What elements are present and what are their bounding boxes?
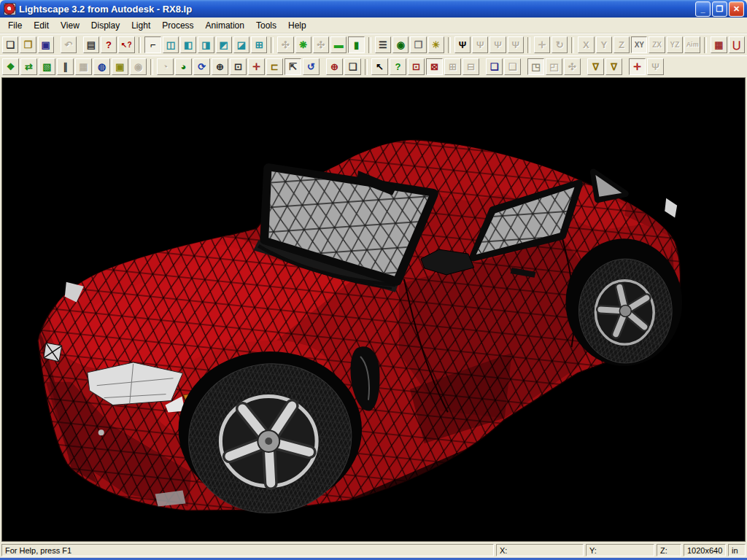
animation-run-icon: Ψ (459, 40, 467, 50)
display-cube-mode-2-button[interactable]: ◧ (180, 36, 196, 53)
display-cube-mode-5-icon: ◪ (237, 40, 246, 50)
select-add-icon: ⊞ (449, 62, 457, 71)
toolbar-row-1: ❏❐▣↶▤?↖?⌐◫◧◨◩◪⊞✣❋✣▬▮☰◉❒☀ΨΨΨΨ✛↻XYZXYZXYZA… (0, 34, 747, 55)
magnet-snap-button[interactable]: ⋃ (729, 36, 745, 53)
axis-z-icon: Z (619, 40, 624, 50)
radiosity-mesh-sphere-button[interactable]: ❋ (295, 36, 311, 53)
view-pages-button[interactable]: ❑ (344, 58, 361, 75)
menu-view[interactable]: View (55, 19, 85, 32)
axis-x-button: X (578, 36, 594, 53)
menu-display[interactable]: Display (85, 19, 125, 32)
menu-edit[interactable]: Edit (28, 19, 55, 32)
layers-button[interactable]: ☰ (375, 36, 391, 53)
mesh-lines-button[interactable]: ∥ (57, 58, 74, 75)
close-icon: ✕ (733, 5, 740, 13)
toolbar-grip (704, 37, 707, 53)
animation-walk-icon: Ψ (494, 40, 502, 50)
front-marker (98, 429, 104, 435)
open-surface-panel-button[interactable]: ◳ (527, 58, 544, 75)
add-vertex-icon: ✛ (633, 62, 641, 71)
surface-flip-button[interactable]: ⇄ (20, 58, 37, 75)
luminaires-button[interactable]: ☀ (428, 36, 444, 53)
radiosity-panel-button[interactable]: ▬ (330, 36, 347, 53)
select-add-button: ⊞ (444, 58, 461, 75)
display-cube-mode-1-button[interactable]: ◫ (163, 36, 179, 53)
toolbar-grip (139, 37, 142, 53)
surface-mesh-icon: ▧ (42, 62, 51, 71)
surface-orientation-button[interactable]: ❖ (2, 58, 19, 75)
toolbar-gap (320, 66, 325, 67)
restore-button[interactable]: ❐ (712, 1, 727, 17)
add-vertex-button[interactable]: ✛ (629, 58, 646, 75)
display-cube-mode-4-button[interactable]: ◩ (216, 36, 232, 53)
sweep-view-icon: ⇱ (289, 62, 297, 71)
new-document-button[interactable]: ❏ (2, 36, 18, 53)
select-query-button[interactable]: ? (390, 58, 406, 75)
print-button[interactable]: ▤ (83, 36, 99, 53)
minimize-button[interactable]: _ (695, 1, 711, 17)
toolbar-grip (271, 37, 274, 53)
move-mode-icon: ✛ (538, 40, 546, 50)
display-solid-view-icon: ⌐ (150, 40, 156, 50)
menu-help[interactable]: Help (282, 19, 312, 32)
luminaires-icon: ☀ (432, 40, 441, 50)
help-topics-button[interactable]: ? (101, 36, 117, 53)
toolbar-gap (581, 66, 587, 67)
toolbar-grip (448, 37, 451, 53)
filter-selection-button[interactable]: ∇ (605, 58, 622, 75)
zoom-window-button[interactable]: ⊡ (230, 58, 247, 75)
toolbar-gap (522, 66, 527, 67)
toolbar-gap (77, 44, 82, 45)
open-file-button[interactable]: ❐ (20, 36, 36, 53)
new-document-icon: ❏ (6, 40, 15, 50)
texture-toggle-button[interactable]: ▣ (112, 58, 128, 75)
render-image-button[interactable]: ▦ (711, 36, 727, 53)
axis-x-icon: X (583, 40, 589, 50)
select-zoom-button[interactable]: ⊠ (426, 58, 443, 75)
camera-orbit-button[interactable]: ⟳ (193, 58, 210, 75)
context-help-button[interactable]: ↖? (118, 36, 134, 53)
sweep-view-button[interactable]: ⇱ (285, 58, 301, 75)
animation-run-button[interactable]: Ψ (454, 36, 471, 53)
menu-animation[interactable]: Animation (200, 19, 250, 32)
close-button[interactable]: ✕ (729, 1, 744, 17)
eye-view-button[interactable]: ◕ (175, 58, 192, 75)
select-fence-button[interactable]: ⊡ (408, 58, 425, 75)
radiosity-solid-box-icon: ▮ (354, 40, 359, 50)
axis-y-button: Y (596, 36, 612, 53)
menu-light[interactable]: Light (125, 19, 156, 32)
status-resolution: 1020x640 (684, 544, 726, 556)
toolbar-grip (527, 37, 530, 53)
undo-button: ↶ (61, 36, 77, 53)
copy-view-icon: ❏ (508, 62, 517, 71)
display-cube-mode-3-button[interactable]: ◨ (198, 36, 214, 53)
materials-button[interactable]: ◉ (392, 36, 409, 53)
radiosity-solid-box-button[interactable]: ▮ (348, 36, 364, 53)
measure-distance-button[interactable]: ⊏ (266, 58, 283, 75)
display-cube-mode-5-button[interactable]: ◪ (233, 36, 249, 53)
orbit-rotate-button[interactable]: ↺ (303, 58, 320, 75)
daylight-globe-icon: ◍ (98, 62, 106, 71)
display-cube-mode-6-button[interactable]: ⊞ (251, 36, 267, 53)
axis-zx-icon: ZX (652, 42, 662, 49)
render-viewport[interactable] (1, 77, 746, 542)
context-help-icon: ↖? (121, 42, 132, 49)
display-solid-view-button[interactable]: ⌐ (144, 36, 160, 53)
menu-tools[interactable]: Tools (250, 19, 282, 32)
zoom-extents-button[interactable]: ⊕ (326, 58, 343, 75)
menu-process[interactable]: Process (156, 19, 199, 32)
axis-xy-button[interactable]: XY (631, 36, 647, 53)
select-pointer-button[interactable]: ↖ (371, 58, 388, 75)
zoom-interactive-button[interactable]: ⊕ (212, 58, 228, 75)
menu-file[interactable]: File (2, 19, 28, 32)
insert-view-button[interactable]: ❏ (486, 58, 503, 75)
filter-layer-button[interactable]: ∇ (587, 58, 604, 75)
axis-xy-icon: XY (635, 42, 644, 49)
surface-mesh-button[interactable]: ▧ (39, 58, 55, 75)
daylight-globe-button[interactable]: ◍ (93, 58, 110, 75)
toolbar-grip (368, 37, 371, 53)
blocks-button[interactable]: ❒ (410, 36, 426, 53)
pan-view-button[interactable]: ✛ (248, 58, 265, 75)
select-subtract-icon: ⊟ (467, 62, 475, 71)
save-file-button[interactable]: ▣ (38, 36, 54, 53)
